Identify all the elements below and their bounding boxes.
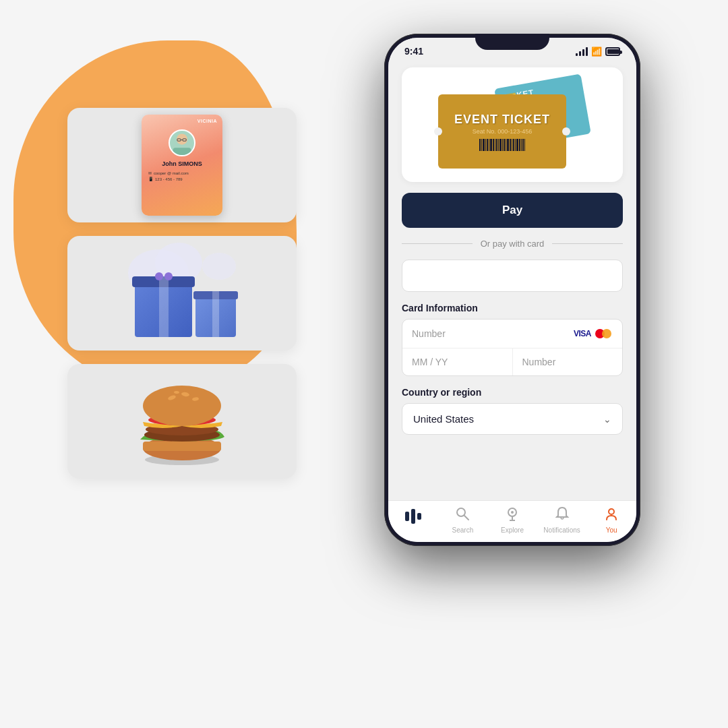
country-select[interactable]: United States ⌄ (402, 403, 623, 435)
gift-illustration (115, 243, 249, 344)
pay-button[interactable]: Pay (402, 193, 623, 228)
country-value: United States (413, 413, 474, 425)
svg-point-11 (143, 386, 221, 426)
search-icon (455, 506, 470, 524)
cards-column: VICINIA John SIMONS ✉ cooper @ (67, 108, 297, 479)
phone-icon: 📱 (148, 177, 153, 181)
wifi-icon: 📶 (591, 47, 602, 57)
svg-rect-7 (143, 442, 221, 451)
expiry-cell[interactable]: MM / YY (402, 348, 513, 375)
svg-point-19 (457, 508, 465, 516)
svg-line-20 (464, 516, 468, 520)
svg-rect-16 (405, 512, 409, 521)
id-email: cooper @ mail.com (154, 171, 189, 175)
avatar (169, 129, 195, 156)
svg-point-22 (511, 511, 514, 514)
divider-line-left (402, 243, 473, 244)
card-number-placeholder: Number (412, 328, 446, 339)
card-info-section: Card Information Number VISA (402, 303, 623, 376)
battery-icon (605, 47, 620, 56)
ticket-barcode (479, 139, 525, 151)
nav-notifications[interactable]: Notifications (537, 506, 587, 534)
divider-line-right (552, 243, 623, 244)
cvv-cell[interactable]: Number (513, 348, 623, 375)
nav-you[interactable]: You (586, 506, 636, 534)
svg-rect-1 (173, 148, 191, 155)
empty-card-input[interactable] (402, 260, 623, 292)
id-card-name: John SIMONS (162, 160, 202, 167)
id-card-logo: VICINIA (198, 119, 217, 123)
notifications-icon (555, 506, 570, 524)
nav-logo[interactable] (388, 506, 438, 534)
scene: VICINIA John SIMONS ✉ cooper @ (0, 0, 728, 728)
you-icon (604, 506, 619, 524)
or-divider: Or pay with card (402, 239, 623, 249)
id-card-info: ✉ cooper @ mail.com 📱 123 - 456 - 789 (148, 171, 216, 183)
notifications-label: Notifications (543, 526, 580, 534)
id-phone: 123 - 456 - 789 (155, 177, 183, 181)
ticket-seat: Seat No. 000-123-456 (473, 128, 533, 135)
status-icons: 📶 (576, 47, 620, 57)
svg-rect-18 (417, 513, 421, 520)
explore-label: Explore (501, 526, 524, 534)
vicinia-logo (404, 509, 423, 526)
screen-content: T🎫KET EVENT TICKET Seat No. 000-123-456 (388, 59, 636, 500)
id-email-row: ✉ cooper @ mail.com (148, 171, 216, 175)
ticket-gold: EVENT TICKET Seat No. 000-123-456 (438, 94, 566, 169)
svg-point-23 (609, 509, 614, 514)
mastercard-icon (594, 328, 613, 340)
card-number-row[interactable]: Number VISA (402, 320, 622, 348)
svg-rect-17 (411, 509, 415, 524)
nav-explore[interactable]: Explore (487, 506, 537, 534)
search-label: Search (452, 526, 474, 534)
cvv-placeholder: Number (522, 357, 556, 367)
ticket-card: T🎫KET EVENT TICKET Seat No. 000-123-456 (402, 67, 623, 182)
phone-notch (475, 34, 549, 50)
burger-illustration (128, 377, 236, 465)
ticket-visual: T🎫KET EVENT TICKET Seat No. 000-123-456 (438, 81, 586, 169)
burger-svg (128, 377, 236, 465)
card-split-row: MM / YY Number (402, 348, 622, 375)
card-info-label: Card Information (402, 303, 623, 313)
gift-card-container (67, 236, 297, 351)
id-card: VICINIA John SIMONS ✉ cooper @ (142, 115, 222, 216)
id-card-container: VICINIA John SIMONS ✉ cooper @ (67, 108, 297, 222)
status-time: 9:41 (404, 46, 423, 57)
card-info-box: Number VISA (402, 319, 623, 376)
nav-search[interactable]: Search (438, 506, 488, 534)
burger-card-container (67, 364, 297, 479)
phone-device: 9:41 📶 (384, 34, 640, 546)
or-text: Or pay with card (481, 239, 545, 249)
id-phone-row: 📱 123 - 456 - 789 (148, 177, 216, 181)
chevron-down-icon: ⌄ (603, 414, 611, 425)
explore-icon (505, 506, 520, 524)
visa-icon: VISA (574, 329, 591, 338)
country-label: Country or region (402, 387, 623, 398)
country-section: Country or region United States ⌄ (402, 387, 623, 435)
you-label: You (606, 526, 617, 534)
phone-screen: 9:41 📶 (388, 38, 636, 542)
card-brand-icons: VISA (574, 328, 613, 340)
phone-wrapper: 9:41 📶 (384, 34, 640, 546)
ticket-title: EVENT TICKET (454, 113, 550, 127)
signal-icon (576, 47, 588, 56)
bottom-nav: Search Explore (388, 500, 636, 542)
email-icon: ✉ (148, 171, 152, 175)
expiry-placeholder: MM / YY (412, 357, 448, 367)
